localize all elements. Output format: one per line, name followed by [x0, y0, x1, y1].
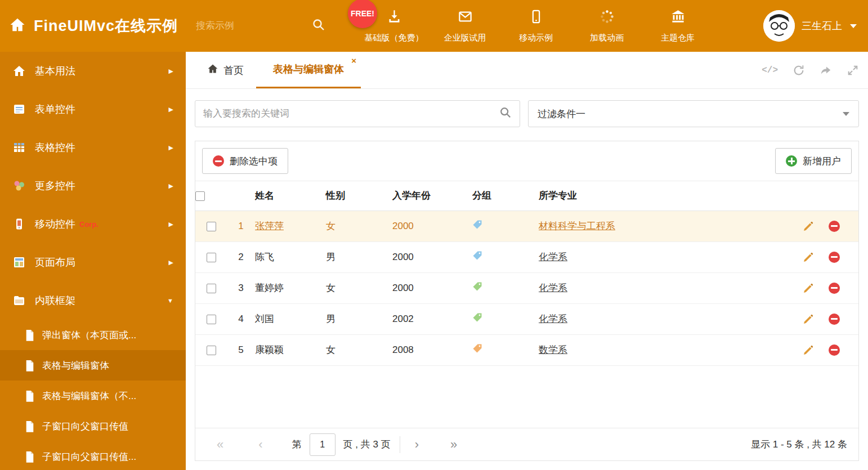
sidebar-item-page-layout[interactable]: 页面布局 ▶ — [0, 243, 186, 281]
refresh-icon[interactable] — [793, 64, 805, 77]
row-checkbox[interactable] — [207, 253, 216, 262]
sidebar-item-basic-usage[interactable]: 基本用法 ▶ — [0, 52, 186, 90]
page-prefix-label: 第 — [292, 438, 302, 451]
plus-circle-icon — [786, 155, 797, 167]
last-page-icon[interactable]: » — [450, 438, 457, 451]
expand-icon[interactable] — [847, 64, 859, 77]
nav-theme-repository[interactable]: 主题仓库 — [645, 4, 710, 48]
column-header-gender[interactable]: 性别 — [326, 181, 392, 211]
file-icon — [25, 329, 35, 341]
student-name: 张萍萍 — [255, 221, 284, 231]
major-link[interactable]: 化学系 — [539, 252, 567, 262]
sidebar-item-more-controls[interactable]: 更多控件 ▶ — [0, 167, 186, 205]
page-suffix-label: 页 , 共 3 页 — [343, 438, 391, 451]
brand[interactable]: FineUIMvc在线示例 — [9, 16, 178, 36]
sidebar-subitem-grid-edit-window-2[interactable]: 表格与编辑窗体（不... — [0, 381, 186, 411]
student-gender: 男 — [326, 241, 392, 272]
tab-home[interactable]: 首页 — [202, 52, 249, 88]
keyword-search-box — [195, 100, 520, 127]
spinner-icon — [599, 9, 615, 26]
main-content: 首页 表格与编辑窗体 × </> — [186, 52, 868, 470]
code-icon[interactable]: </> — [762, 65, 778, 75]
nav-loading-animation[interactable]: 加载动画 — [574, 4, 639, 48]
file-icon — [25, 390, 35, 402]
column-header-year[interactable]: 入学年份 — [392, 181, 472, 211]
filter-dropdown-value: 过滤条件一 — [538, 108, 585, 120]
row-checkbox[interactable] — [207, 284, 216, 293]
nav-basic-free[interactable]: FREE! 基础版（免费） — [361, 4, 427, 48]
header-search-input[interactable] — [196, 20, 280, 32]
nav-mobile-demo[interactable]: 移动示例 — [503, 4, 569, 48]
column-header-major[interactable]: 所学专业 — [539, 181, 784, 211]
enrollment-year: 2008 — [392, 334, 472, 365]
sidebar-subitem-child-to-parent[interactable]: 子窗口向父窗口传值 — [0, 411, 186, 441]
major-link[interactable]: 化学系 — [539, 283, 567, 293]
download-icon — [387, 9, 402, 26]
chevron-down-icon — [850, 24, 857, 28]
row-number: 5 — [227, 334, 255, 365]
delete-icon[interactable] — [829, 252, 840, 263]
record-summary: 显示 1 - 5 条 , 共 12 条 — [751, 438, 847, 451]
row-checkbox[interactable] — [207, 222, 216, 231]
sidebar-item-mobile-controls[interactable]: 移动控件 Corp. ▶ — [0, 205, 186, 243]
app-window: FineUIMvc在线示例 FREE! 基础版（免费） 企业版试用 移动示例 加… — [0, 0, 868, 470]
delete-icon[interactable] — [829, 314, 840, 325]
sidebar-item-inline-frame[interactable]: 内联框架 ▼ — [0, 281, 186, 320]
tag-icon — [472, 281, 482, 292]
sidebar-subitem-grid-edit-window[interactable]: 表格与编辑窗体 — [0, 350, 186, 381]
edit-icon[interactable] — [803, 344, 814, 356]
table-row[interactable]: 3 董婷婷 女 2000 化学系 — [195, 272, 858, 303]
edit-icon[interactable] — [803, 252, 814, 263]
chevron-right-icon: ▶ — [169, 144, 173, 151]
table-row[interactable]: 4 刘国 男 2002 化学系 — [195, 303, 858, 334]
delete-selected-button[interactable]: 删除选中项 — [202, 148, 288, 174]
form-icon — [12, 102, 26, 116]
share-icon[interactable] — [820, 64, 832, 77]
close-icon[interactable]: × — [351, 56, 356, 65]
keyword-search-input[interactable] — [203, 108, 499, 119]
prev-page-icon[interactable]: ‹ — [258, 438, 262, 451]
page-number-input[interactable] — [310, 433, 335, 456]
file-icon — [25, 451, 35, 463]
tag-icon — [472, 343, 482, 353]
delete-icon[interactable] — [829, 344, 840, 356]
tab-grid-edit-window[interactable]: 表格与编辑窗体 × — [256, 52, 361, 88]
header-nav: FREE! 基础版（免费） 企业版试用 移动示例 加载动画 主题仓库 — [361, 4, 710, 48]
major-link[interactable]: 化学系 — [539, 314, 567, 324]
mobile-icon — [529, 9, 544, 26]
enrollment-year: 2002 — [392, 303, 472, 334]
nav-enterprise-trial[interactable]: 企业版试用 — [432, 4, 498, 48]
edit-icon[interactable] — [803, 283, 814, 294]
tag-icon — [472, 220, 482, 230]
delete-icon[interactable] — [829, 221, 840, 232]
edit-icon[interactable] — [803, 314, 814, 325]
column-header-group[interactable]: 分组 — [472, 181, 539, 211]
column-header-name[interactable]: 姓名 — [255, 181, 326, 211]
sidebar-subitem-child-to-parent-2[interactable]: 子窗口向父窗口传值... — [0, 441, 186, 470]
row-checkbox[interactable] — [207, 315, 216, 324]
major-link[interactable]: 数学系 — [539, 344, 567, 355]
sidebar-item-table-controls[interactable]: 表格控件 ▶ — [0, 128, 186, 167]
edit-icon[interactable] — [803, 221, 814, 232]
table-row[interactable]: 5 康颖颖 女 2008 数学系 — [195, 334, 858, 365]
add-user-button[interactable]: 新增用户 — [775, 148, 852, 174]
search-icon[interactable] — [312, 18, 325, 34]
table-row[interactable]: 2 陈飞 男 2000 化学系 — [195, 241, 858, 272]
select-all-checkbox[interactable] — [195, 191, 205, 201]
search-icon[interactable] — [499, 106, 512, 121]
username: 三生石上 — [802, 19, 842, 33]
next-page-icon[interactable]: › — [415, 438, 419, 451]
sidebar-subitem-popup-window[interactable]: 弹出窗体（本页面或... — [0, 320, 186, 350]
sidebar-item-form-controls[interactable]: 表单控件 ▶ — [0, 90, 186, 128]
table-row[interactable]: 1 张萍萍 女 2000 材料科学与工程系 — [195, 211, 858, 241]
envelope-icon — [458, 9, 473, 26]
tag-icon — [472, 250, 482, 261]
filter-dropdown[interactable]: 过滤条件一 — [528, 100, 859, 127]
major-link[interactable]: 材料科学与工程系 — [539, 221, 615, 231]
user-menu[interactable]: 三生石上 — [763, 10, 857, 42]
file-icon — [25, 360, 35, 371]
chevron-right-icon: ▶ — [169, 182, 173, 190]
delete-icon[interactable] — [829, 283, 840, 294]
first-page-icon[interactable]: « — [217, 438, 223, 451]
row-checkbox[interactable] — [207, 346, 216, 355]
